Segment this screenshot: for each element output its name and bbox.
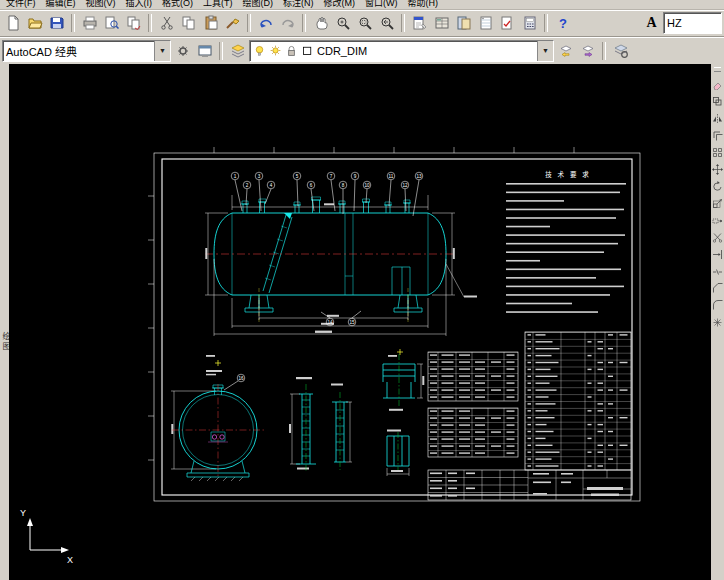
svg-text:Y: Y (20, 508, 26, 518)
array-icon[interactable] (712, 145, 724, 159)
redo-icon[interactable] (277, 13, 298, 34)
workspace-value: AutoCAD 经典 (6, 43, 77, 59)
explode-icon[interactable] (712, 315, 724, 329)
view-marks (215, 349, 403, 366)
svg-text:1: 1 (234, 174, 237, 179)
fillet-icon[interactable] (712, 298, 724, 312)
menu-format[interactable]: 格式(O) (162, 0, 193, 9)
stretch-icon[interactable] (712, 213, 724, 227)
zoom-window-icon[interactable] (354, 13, 375, 34)
pan-icon[interactable] (310, 13, 331, 34)
save-icon[interactable] (46, 13, 67, 34)
menu-draw[interactable]: 绘图(D) (243, 0, 274, 9)
svg-text:3: 3 (258, 174, 261, 179)
menu-dimension[interactable]: 标注(N) (283, 0, 314, 9)
layer-combo[interactable]: CDR_DIM ▼ (249, 40, 554, 62)
menu-window[interactable]: 窗口(W) (365, 0, 398, 9)
match-properties-icon[interactable] (222, 13, 243, 34)
chevron-down-icon[interactable]: ▼ (537, 41, 553, 61)
svg-text:2: 2 (246, 183, 249, 188)
end-view-centerlines (172, 384, 264, 476)
text-style-icon[interactable]: A (641, 13, 662, 34)
layer-bulb-on-icon (253, 44, 266, 57)
layer-states-icon[interactable] (610, 40, 631, 61)
quickcalc-icon[interactable] (519, 13, 540, 34)
plot-preview-icon[interactable] (101, 13, 122, 34)
erase-icon[interactable] (712, 77, 724, 91)
sheet-set-icon[interactable] (475, 13, 496, 34)
svg-text:5: 5 (296, 174, 299, 179)
svg-text:7: 7 (330, 174, 333, 179)
layer-lock-icon (285, 44, 298, 57)
workspace-settings-icon[interactable] (172, 40, 193, 61)
window-elements-icon[interactable] (194, 40, 215, 61)
text-style-value: HZ (667, 17, 682, 29)
layer-properties-icon[interactable] (227, 40, 248, 61)
layer-color-swatch (301, 44, 314, 57)
trim-icon[interactable] (712, 230, 724, 244)
bom-table (525, 332, 631, 470)
break-icon[interactable] (712, 264, 724, 278)
plot-icon[interactable] (79, 13, 100, 34)
svg-text:?: ? (559, 16, 567, 31)
menu-edit[interactable]: 编辑(E) (46, 0, 76, 9)
menu-help[interactable]: 帮助(H) (408, 0, 439, 9)
svg-text:13: 13 (416, 174, 422, 179)
markup-icon[interactable] (497, 13, 518, 34)
undo-icon[interactable] (255, 13, 276, 34)
tool-palettes-icon[interactable] (453, 13, 474, 34)
paste-icon[interactable] (200, 13, 221, 34)
svg-text:6: 6 (310, 183, 313, 188)
workspace-combo[interactable]: AutoCAD 经典 ▼ (2, 40, 171, 62)
menu-insert[interactable]: 插入(I) (126, 0, 153, 9)
workspaces-layers-toolbar: AutoCAD 经典 ▼ CDR_DIM ▼ (0, 37, 724, 65)
saddle-centerlines (259, 288, 408, 322)
modify-toolbar (710, 64, 724, 580)
svg-text:4: 4 (270, 183, 273, 188)
drawing-canvas[interactable]: 1 2 3 4 5 6 7 8 9 10 11 12 13 14 15 16 技… (9, 64, 711, 580)
menu-tools[interactable]: 工具(T) (203, 0, 233, 9)
technical-notes: 技 术 要 求 (506, 170, 626, 313)
open-file-icon[interactable] (24, 13, 45, 34)
chevron-down-icon[interactable]: ▼ (154, 41, 170, 61)
svg-text:X: X (67, 555, 73, 565)
menu-view[interactable]: 视图(V) (86, 0, 116, 9)
svg-text:12: 12 (402, 183, 408, 188)
zoom-realtime-icon[interactable] (332, 13, 353, 34)
help-icon[interactable]: ? (552, 13, 573, 34)
make-layer-current-icon[interactable] (555, 40, 576, 61)
menu-modify[interactable]: 修改(M) (324, 0, 356, 9)
designcenter-icon[interactable] (431, 13, 452, 34)
new-file-icon[interactable] (2, 13, 23, 34)
svg-text:11: 11 (389, 174, 394, 179)
balloon-callouts: 1 2 3 4 5 6 7 8 9 10 11 12 13 14 15 16 (224, 172, 423, 390)
layer-sun-icon (269, 44, 282, 57)
chamfer-icon[interactable] (712, 281, 724, 295)
mirror-icon[interactable] (712, 111, 724, 125)
extend-icon[interactable] (712, 247, 724, 261)
text-style-combo[interactable]: HZ (663, 12, 722, 34)
autocad-window: 文件(F) 编辑(E) 视图(V) 插入(I) 格式(O) 工具(T) 绘图(D… (0, 0, 724, 580)
svg-text:9: 9 (354, 174, 357, 179)
svg-text:10: 10 (364, 183, 370, 188)
toolbar-grip[interactable] (714, 67, 721, 72)
cut-icon[interactable] (156, 13, 177, 34)
vessel-main-view (214, 197, 446, 312)
zoom-previous-icon[interactable] (376, 13, 397, 34)
publish-icon[interactable] (123, 13, 144, 34)
svg-text:15: 15 (349, 320, 355, 325)
rotate-icon[interactable] (712, 179, 724, 193)
layer-previous-icon[interactable] (577, 40, 598, 61)
move-icon[interactable] (712, 162, 724, 176)
nozzle-tables (428, 352, 518, 457)
offset-icon[interactable] (712, 128, 724, 142)
menu-file[interactable]: 文件(F) (6, 0, 36, 9)
svg-text:技 术 要 求: 技 术 要 求 (545, 170, 590, 179)
properties-icon[interactable] (409, 13, 430, 34)
layer-name: CDR_DIM (317, 45, 367, 57)
copy-object-icon[interactable] (712, 94, 724, 108)
menu-bar: 文件(F) 编辑(E) 视图(V) 插入(I) 格式(O) 工具(T) 绘图(D… (0, 0, 724, 10)
svg-text:14: 14 (327, 320, 333, 325)
scale-icon[interactable] (712, 196, 724, 210)
copy-icon[interactable] (178, 13, 199, 34)
